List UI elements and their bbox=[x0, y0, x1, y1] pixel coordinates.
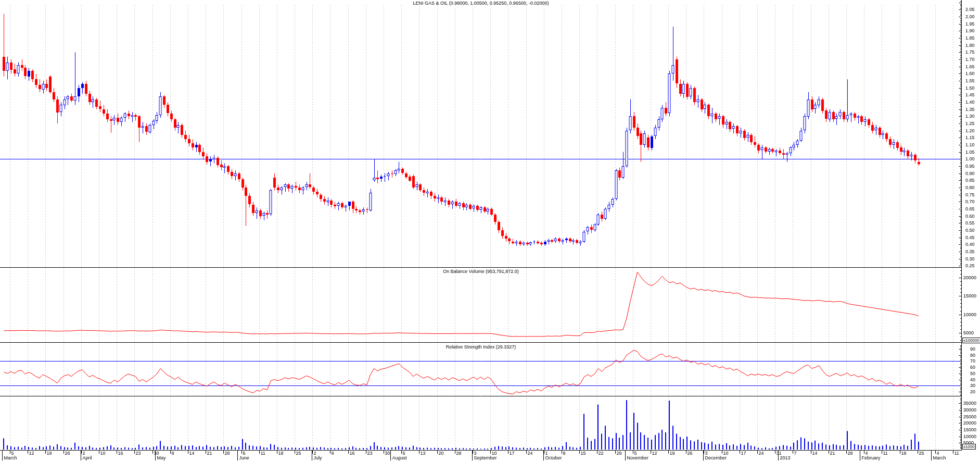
price-axis-label: 0.50 bbox=[965, 228, 975, 233]
obv-panel-title: On Balance Volume (953,791,872.0) bbox=[443, 269, 519, 274]
x-axis-day-label: 13 bbox=[421, 451, 426, 456]
price-axis-label: 1.60 bbox=[965, 71, 975, 76]
x-axis-day-label: 7 bbox=[794, 451, 797, 456]
obv-scale-multiplier: x100000 bbox=[962, 338, 980, 343]
x-axis-month-label: November bbox=[627, 455, 649, 460]
chart-window: LENI GAS & OIL (0.98000, 1.00500, 0.9525… bbox=[0, 0, 980, 461]
x-axis-day-label: 19 bbox=[670, 451, 675, 456]
x-axis-day-label: 20 bbox=[439, 451, 444, 456]
x-axis-month-label: July bbox=[314, 455, 322, 460]
x-axis-day-label: 21 bbox=[207, 451, 212, 456]
price-axis-label: 0.65 bbox=[965, 206, 975, 211]
price-axis-label: 1.75 bbox=[965, 49, 975, 55]
obv-axis-label: 15000 bbox=[963, 293, 976, 298]
price-axis-label: 1.25 bbox=[965, 121, 975, 126]
price-axis-label: 0.30 bbox=[965, 256, 975, 261]
x-axis-day-label: 10 bbox=[100, 451, 106, 456]
x-axis-day-label: 23 bbox=[136, 451, 141, 456]
x-axis-day-label: 21 bbox=[830, 451, 835, 456]
x-axis-month-label: June bbox=[239, 455, 250, 460]
volume-axis-label: 10000 bbox=[963, 434, 976, 439]
price-axis-label: 1.10 bbox=[965, 142, 975, 147]
x-axis-day-label: 25 bbox=[919, 451, 924, 456]
price-axis-label: 1.65 bbox=[965, 64, 975, 69]
price-axis-label: 1.40 bbox=[965, 99, 975, 105]
x-axis-day-label: 12 bbox=[29, 451, 34, 456]
rsi-axis-label: 80 bbox=[970, 353, 975, 358]
x-axis-month-label: October bbox=[545, 455, 562, 460]
x-axis-day-label: 28 bbox=[848, 451, 853, 456]
price-axis-label: 1.30 bbox=[965, 114, 975, 119]
price-axis-label: 0.70 bbox=[965, 199, 975, 204]
obv-axis-label: 20000 bbox=[963, 275, 976, 280]
price-axis-label: 0.35 bbox=[965, 249, 975, 254]
x-axis-day-label: 8 bbox=[563, 451, 566, 456]
x-axis-day-label: 26 bbox=[688, 451, 693, 456]
x-axis-day-label: 29 bbox=[617, 451, 622, 456]
x-axis-month-label: February bbox=[862, 455, 881, 460]
volume-axis-label: 20000 bbox=[963, 420, 976, 426]
price-axis-label: 0.25 bbox=[965, 263, 975, 268]
rsi-axis-label: 60 bbox=[970, 365, 975, 370]
volume-axis-label: 30000 bbox=[963, 407, 976, 413]
x-axis-day-label: 18 bbox=[278, 451, 284, 456]
price-axis-label: 0.85 bbox=[965, 178, 975, 183]
price-axis-label: 1.45 bbox=[965, 92, 975, 97]
rsi-axis-label: 40 bbox=[970, 377, 975, 382]
x-axis-day-label: 14 bbox=[812, 451, 818, 456]
price-axis-label: 1.35 bbox=[965, 107, 975, 112]
x-axis-day-label: 11 bbox=[261, 451, 265, 456]
price-axis-label: 1.05 bbox=[965, 149, 975, 155]
x-axis-day-label: 9 bbox=[332, 451, 334, 456]
x-axis-day-label: 18 bbox=[901, 451, 907, 456]
x-axis-day-label: 28 bbox=[456, 451, 462, 456]
price-axis-label: 1.90 bbox=[965, 28, 975, 33]
x-axis-month-label: 2013 bbox=[780, 455, 791, 460]
obv-axis-label: 5000 bbox=[963, 330, 974, 335]
x-axis-month-label: March bbox=[4, 455, 17, 460]
x-axis-day-label: 19 bbox=[47, 451, 52, 456]
price-axis-label: 2.00 bbox=[965, 14, 975, 19]
rsi-axis-label: 90 bbox=[970, 346, 975, 352]
x-axis-day-label: 30 bbox=[385, 451, 390, 456]
x-axis-day-label: 26 bbox=[65, 451, 70, 456]
rsi-axis-label: 30 bbox=[970, 383, 975, 388]
price-axis-label: 0.40 bbox=[965, 242, 975, 247]
price-axis-label: 0.60 bbox=[965, 214, 975, 219]
price-axis-label: 1.85 bbox=[965, 35, 975, 41]
x-axis-day-label: 14 bbox=[189, 451, 195, 456]
volume-axis-label: 35000 bbox=[963, 401, 976, 406]
x-axis-day-label: 12 bbox=[652, 451, 657, 456]
x-axis-month-label: September bbox=[474, 455, 497, 460]
x-axis-day-label: 24 bbox=[528, 451, 533, 456]
x-axis-month-label: March bbox=[933, 455, 946, 460]
rsi-axis-label: 50 bbox=[970, 371, 975, 376]
price-axis-label: 0.45 bbox=[965, 235, 975, 240]
x-axis-day-label: 22 bbox=[599, 451, 604, 456]
obv-panel bbox=[0, 268, 961, 342]
price-axis-label: 0.95 bbox=[965, 164, 975, 169]
price-axis-label: 1.70 bbox=[965, 57, 975, 62]
x-axis-day-label: 15 bbox=[581, 451, 586, 456]
x-axis-day-label: 25 bbox=[296, 451, 301, 456]
price-panel bbox=[0, 0, 961, 267]
price-axis-label: 1.95 bbox=[965, 21, 975, 27]
price-axis-label: 1.80 bbox=[965, 43, 975, 48]
price-axis-label: 1.20 bbox=[965, 128, 975, 133]
x-axis-day-label: 24 bbox=[759, 451, 764, 456]
x-axis-day-label: 11 bbox=[954, 451, 959, 456]
price-axis-label: 1.15 bbox=[965, 135, 975, 140]
price-axis-label: 0.90 bbox=[965, 171, 975, 176]
rsi-panel bbox=[0, 343, 961, 396]
x-axis-month-label: August bbox=[392, 455, 407, 460]
volume-axis-label: 25000 bbox=[963, 414, 976, 419]
price-axis-label: 2.05 bbox=[965, 7, 975, 12]
rsi-panel-title: Relative Strength Index (29.3327) bbox=[446, 344, 516, 350]
x-axis-month-label: May bbox=[157, 455, 166, 460]
x-axis-month-label: December bbox=[705, 455, 727, 460]
rsi-axis-label: 20 bbox=[970, 389, 975, 394]
price-axis-label: 0.80 bbox=[965, 185, 975, 190]
volume-panel bbox=[0, 396, 961, 450]
volume-axis-label: 15000 bbox=[963, 427, 976, 432]
obv-axis-label: 10000 bbox=[963, 312, 976, 317]
